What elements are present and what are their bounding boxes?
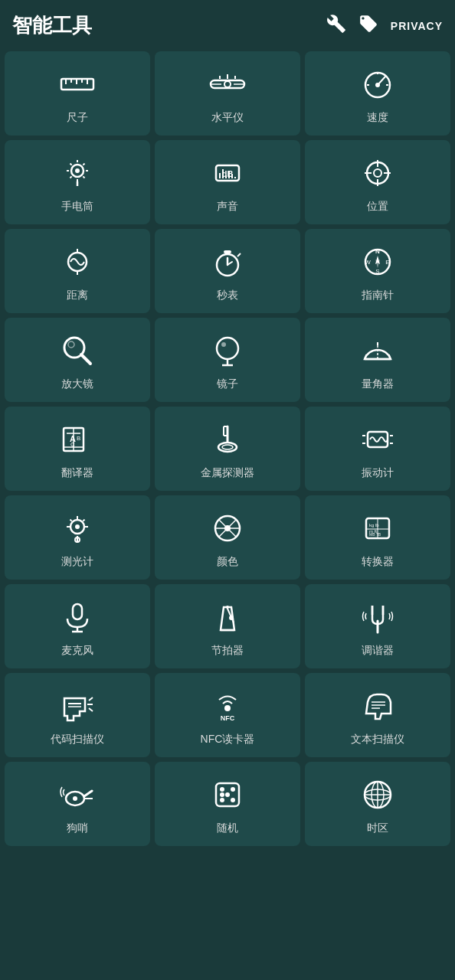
tool-sound-label: 声音 [217,200,238,214]
tool-stopwatch-label: 秒表 [217,289,238,302]
svg-point-7 [224,81,231,87]
svg-point-136 [220,798,224,802]
speed-icon [358,65,397,103]
tool-level-label: 水平仪 [211,111,244,125]
tool-protractor[interactable]: 量角器 [305,318,450,402]
tool-flashlight[interactable]: 手电筒 [5,140,150,224]
tool-color-label: 颜色 [217,555,238,569]
svg-point-135 [231,787,235,792]
mirror-icon [208,332,247,370]
tool-converter-label: 转换器 [362,555,394,569]
svg-point-89 [75,524,80,529]
tool-translator-label: 翻译器 [61,466,93,480]
level-icon [208,65,247,103]
svg-text:B: B [77,435,80,442]
metal-detector-icon [208,420,247,459]
tool-vibration[interactable]: 振动计 [305,407,450,491]
distance-icon [58,243,97,281]
svg-point-60 [68,341,74,348]
svg-point-132 [73,796,77,801]
sound-icon: dB [208,154,247,192]
nfc-icon: NFC [208,687,247,725]
tool-ruler[interactable]: 尺子 [5,51,150,136]
svg-point-115 [226,606,229,609]
tool-converter[interactable]: kg lb m ft MB TB 转换器 [305,495,450,580]
tool-whistle-label: 狗哨 [67,822,88,835]
tool-metal-label: 金属探测器 [201,466,254,480]
svg-point-137 [231,798,235,802]
tool-lightmeter[interactable]: 测光计 [5,495,150,580]
svg-line-94 [83,520,84,521]
metronome-icon [208,598,247,636]
tool-metronome-label: 节拍器 [211,644,244,658]
svg-point-101 [224,525,231,531]
tool-speed[interactable]: 速度 [305,51,450,136]
tool-microphone[interactable]: 麦克风 [5,584,150,668]
tool-translator[interactable]: A B C 翻译器 [5,407,150,491]
tool-protractor-label: 量角器 [362,377,394,391]
svg-line-27 [70,176,72,178]
tool-level[interactable]: 水平仪 [155,51,300,136]
tool-textscanner[interactable]: 文本扫描仪 [305,673,450,757]
tool-whistle[interactable]: 狗哨 [5,762,150,846]
color-icon [208,509,247,547]
tool-barcode[interactable]: 代码扫描仪 [5,673,150,757]
tool-textscanner-label: 文本扫描仪 [351,733,404,746]
tool-random[interactable]: 随机 [155,762,300,846]
svg-line-121 [89,697,93,701]
privacy-button[interactable]: PRIVACY [391,20,443,32]
tool-magnifier[interactable]: 放大镜 [5,318,150,402]
svg-line-25 [83,176,84,178]
svg-text:E: E [385,259,389,266]
tool-nfc[interactable]: NFC NFC读卡器 [155,673,300,757]
tool-metal[interactable]: 金属探测器 [155,407,300,491]
svg-line-26 [83,164,84,165]
tool-mirror-label: 镜子 [217,377,238,391]
header-actions: PRIVACY [326,14,443,38]
svg-text:N: N [375,248,380,255]
tool-stopwatch[interactable]: 秒表 [155,229,300,313]
tool-flashlight-label: 手电筒 [61,200,93,214]
svg-text:MB  TB: MB TB [369,532,381,537]
svg-line-24 [70,164,72,165]
ruler-icon [58,65,97,103]
location-icon [358,154,397,192]
tool-microphone-label: 麦克风 [61,644,93,658]
flashlight-icon [58,154,97,192]
tool-nfc-label: NFC读卡器 [201,733,255,746]
tool-sound[interactable]: dB 声音 [155,140,300,224]
whistle-icon [58,776,97,814]
lightmeter-icon [58,509,97,547]
tool-compass[interactable]: N E S W 指南针 [305,229,450,313]
svg-point-38 [374,169,381,177]
tool-compass-label: 指南针 [362,289,394,302]
svg-point-114 [229,616,234,620]
navigation-icon[interactable] [358,14,378,38]
app-header: 智能工具 PRIVACY [0,0,455,45]
tool-random-label: 随机 [217,822,238,835]
protractor-icon [358,332,397,370]
tool-location-label: 位置 [367,200,388,214]
tool-location[interactable]: 位置 [305,140,450,224]
tools-grid: 尺子 水平仪 [0,45,455,852]
tuner-icon [358,598,397,636]
svg-line-130 [84,791,92,796]
svg-point-139 [220,792,224,797]
tool-tuner[interactable]: 调谐器 [305,584,450,668]
tool-color[interactable]: 颜色 [155,495,300,580]
svg-point-14 [375,83,380,87]
svg-point-64 [221,342,226,347]
svg-text:W: W [365,259,371,266]
tool-metronome[interactable]: 节拍器 [155,584,300,668]
svg-point-78 [218,443,237,452]
tool-timezone[interactable]: 时区 [305,762,450,846]
svg-line-50 [237,253,241,256]
svg-point-134 [220,787,224,792]
wrench-icon[interactable] [326,14,346,38]
converter-icon: kg lb m ft MB TB [358,509,397,547]
svg-line-123 [89,708,93,711]
tool-mirror[interactable]: 镜子 [155,318,300,402]
tool-distance[interactable]: 距离 [5,229,150,313]
barcode-icon [58,687,97,725]
tool-tuner-label: 调谐器 [362,644,394,658]
